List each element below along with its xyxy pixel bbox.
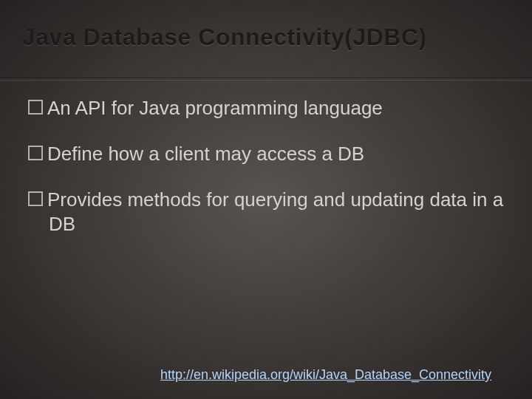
bullet-square-icon (28, 191, 43, 206)
bullet-item: Provides methods for querying and updati… (28, 188, 504, 238)
title-divider (0, 78, 532, 81)
bullet-first-word: An (47, 97, 71, 119)
title-band: Java Database Connectivity(JDBC) (0, 15, 532, 64)
bullet-item: An API for Java programming language (28, 96, 504, 121)
bullet-square-icon (28, 146, 43, 160)
bullet-square-icon (28, 100, 43, 115)
slide-title: Java Database Connectivity(JDBC) (22, 24, 510, 51)
bullet-first-word: Provides (47, 188, 122, 211)
bullet-item: Define how a client may access a DB (28, 142, 504, 167)
bullet-rest: API for Java programming language (71, 97, 383, 119)
bullet-first-word: Define (47, 143, 103, 165)
bullet-rest: how a client may access a DB (103, 143, 364, 165)
reference-link[interactable]: http://en.wikipedia.org/wiki/Java_Databa… (160, 367, 491, 382)
content-area: An API for Java programming language Def… (28, 96, 504, 258)
footer-link-area: http://en.wikipedia.org/wiki/Java_Databa… (0, 367, 504, 383)
slide: Java Database Connectivity(JDBC) An API … (0, 0, 532, 399)
